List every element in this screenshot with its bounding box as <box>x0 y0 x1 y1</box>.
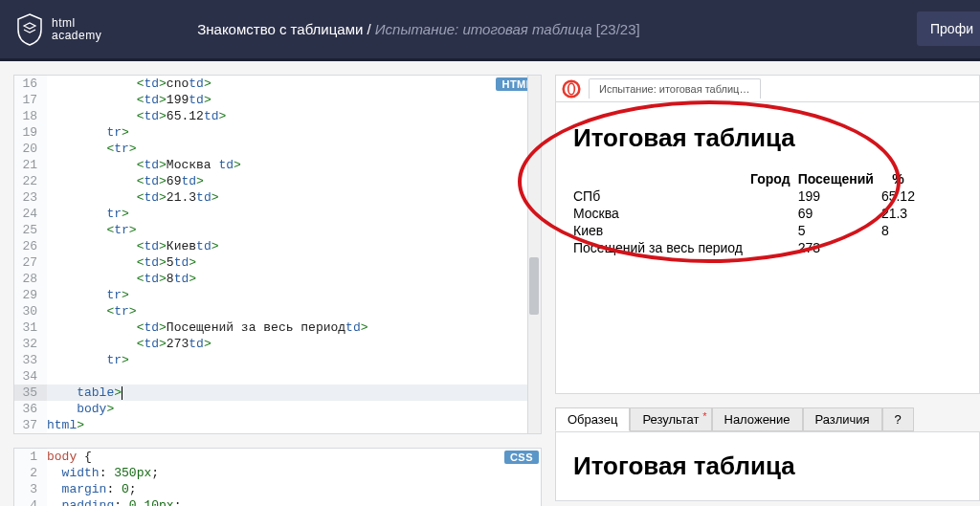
browser-tab[interactable]: Испытание: итоговая таблица — <box>589 78 761 99</box>
browser-chrome: Испытание: итоговая таблица — <box>556 76 979 102</box>
table-cell: 273 <box>798 239 881 256</box>
table-cell: СПб <box>573 187 750 205</box>
table-cell: 65.12 <box>881 187 923 205</box>
table-row: СПб19965.12 <box>573 187 923 205</box>
scrollbar-thumb[interactable] <box>529 257 539 315</box>
table-header: Посещений <box>798 170 881 187</box>
scrollbar-track[interactable] <box>527 76 541 433</box>
table-header <box>573 170 750 187</box>
table-cell: Посещений за весь период <box>573 239 750 256</box>
table-cell <box>881 239 923 256</box>
result-tab[interactable]: Различия <box>803 407 882 431</box>
result-tab[interactable]: ? <box>882 407 914 431</box>
breadcrumb: Знакомство с таблицами / Испытание: итог… <box>197 21 965 37</box>
table-cell <box>750 222 798 239</box>
table-row: Москва6921.3 <box>573 205 923 222</box>
css-badge: CSS <box>504 451 539 464</box>
logo-text: html academy <box>52 17 101 42</box>
shield-icon <box>15 12 44 47</box>
table-cell: 199 <box>798 187 881 205</box>
svg-point-1 <box>568 83 575 95</box>
result-tab[interactable]: Образец <box>555 407 630 431</box>
table-cell <box>750 187 798 205</box>
preview-table: ГородПосещений%СПб19965.12Москва6921.3Ки… <box>573 170 923 256</box>
preview-column: Испытание: итоговая таблица — Итоговая т… <box>555 75 980 506</box>
html-editor-panel: HTML 16 <td>cnotd>17 <td>199td>18 <td>65… <box>13 75 542 434</box>
result-tab[interactable]: Результат* <box>630 407 711 431</box>
table-cell: 8 <box>881 222 923 239</box>
result-tabs-block: ОбразецРезультат*НаложениеРазличия? Итог… <box>555 407 980 501</box>
logo[interactable]: html academy <box>15 12 101 47</box>
preview-content: Итоговая таблица ГородПосещений%СПб19965… <box>556 102 979 266</box>
html-editor[interactable]: 16 <td>cnotd>17 <td>199td>18 <td>65.12td… <box>14 76 541 433</box>
table-header: Город <box>750 170 798 187</box>
top-bar: html academy Знакомство с таблицами / Ис… <box>0 0 980 61</box>
table-cell <box>750 239 798 256</box>
main-split: HTML 16 <td>cnotd>17 <td>199td>18 <td>65… <box>0 61 980 506</box>
preview-heading: Итоговая таблица <box>573 123 962 153</box>
table-cell: Москва <box>573 205 750 222</box>
table-cell <box>750 205 798 222</box>
sample-panel: Итоговая таблица <box>555 431 980 501</box>
opera-icon <box>562 79 581 99</box>
table-cell: 69 <box>798 205 881 222</box>
table-row: Посещений за весь период273 <box>573 239 923 256</box>
table-row: Киев58 <box>573 222 923 239</box>
css-editor-panel: CSS 1body {2 width: 350px;3 margin: 0;4 … <box>13 448 542 506</box>
logo-line2: academy <box>52 30 101 42</box>
table-cell: 21.3 <box>881 205 923 222</box>
editor-column: HTML 16 <td>cnotd>17 <td>199td>18 <td>65… <box>13 75 542 506</box>
logo-line1: html <box>52 17 101 30</box>
table-header: % <box>881 170 923 187</box>
sample-heading: Итоговая таблица <box>573 451 962 481</box>
css-editor[interactable]: 1body {2 width: 350px;3 margin: 0;4 padd… <box>14 449 541 506</box>
result-browser: Испытание: итоговая таблица — Итоговая т… <box>555 75 980 394</box>
profile-button[interactable]: Профи <box>917 11 980 46</box>
result-tabs: ОбразецРезультат*НаложениеРазличия? <box>555 407 980 431</box>
table-cell: 5 <box>798 222 881 239</box>
breadcrumb-counter: [23/23] <box>592 21 640 37</box>
dirty-indicator-icon: * <box>702 410 706 422</box>
table-cell: Киев <box>573 222 750 239</box>
breadcrumb-task[interactable]: Испытание: итоговая таблица <box>375 21 592 37</box>
breadcrumb-sep: / <box>363 21 375 37</box>
breadcrumb-course[interactable]: Знакомство с таблицами <box>197 21 363 37</box>
app-root: html academy Знакомство с таблицами / Ис… <box>0 0 980 506</box>
result-tab[interactable]: Наложение <box>712 407 803 431</box>
